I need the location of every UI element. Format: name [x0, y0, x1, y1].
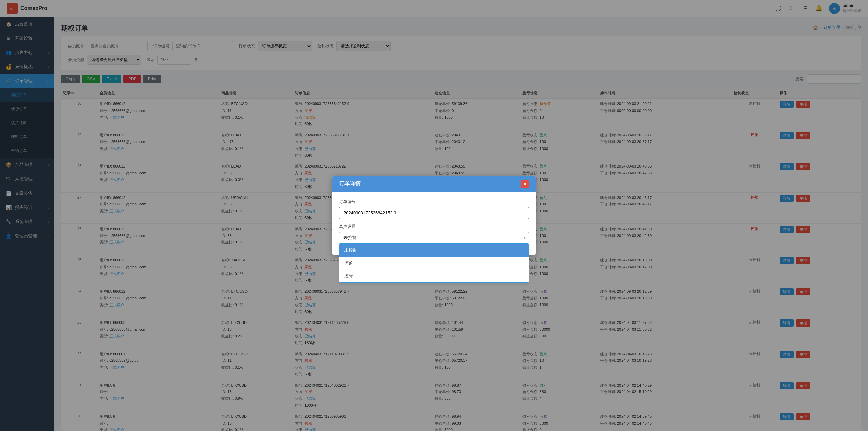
- dropdown-item-uncontrolled[interactable]: 未控制: [339, 244, 529, 257]
- modal-header: 订单详情 ×: [332, 176, 536, 192]
- modal-body: 订单编号 单控设置 未控制 控盈 控号 ▾ 未控制 控盈 控号: [332, 192, 536, 255]
- control-select-wrapper: 未控制 控盈 控号 ▾ 未控制 控盈 控号: [339, 232, 529, 244]
- control-dropdown-list: 未控制 控盈 控号: [339, 244, 529, 283]
- order-number-group: 订单编号: [339, 199, 529, 219]
- control-setting-group: 单控设置 未控制 控盈 控号 ▾ 未控制 控盈 控号: [339, 224, 529, 244]
- dropdown-item-profit[interactable]: 控盈: [339, 257, 529, 270]
- dropdown-item-loss[interactable]: 控号: [339, 270, 529, 282]
- control-setting-select[interactable]: 未控制 控盈 控号: [339, 232, 529, 244]
- modal-overlay: 订单详情 × 订单编号 单控设置 未控制 控盈 控号 ▾: [0, 0, 868, 431]
- modal-close-button[interactable]: ×: [521, 180, 529, 188]
- order-number-label: 订单编号: [339, 199, 529, 205]
- order-detail-modal: 订单详情 × 订单编号 单控设置 未控制 控盈 控号 ▾: [332, 176, 536, 255]
- modal-title: 订单详情: [339, 180, 361, 188]
- order-number-modal-input[interactable]: [339, 207, 529, 219]
- control-setting-label: 单控设置: [339, 224, 529, 230]
